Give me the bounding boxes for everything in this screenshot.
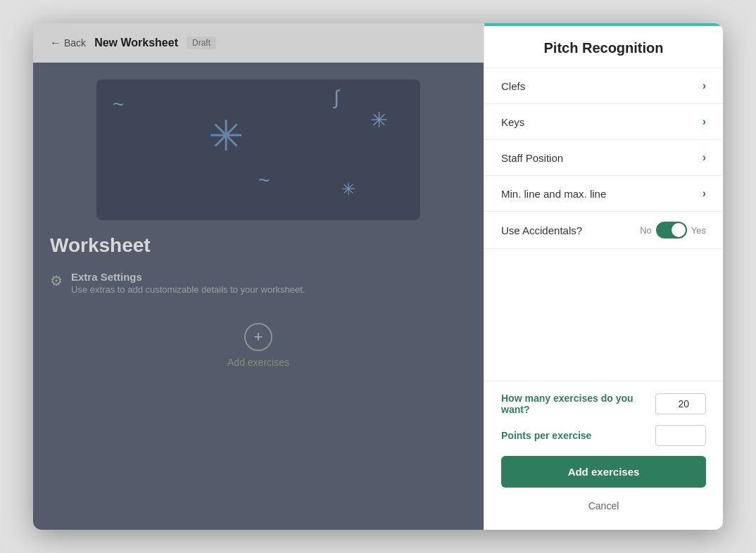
back-label: Back — [64, 37, 86, 49]
top-bar: ← Back New Worksheet Draft — [33, 23, 484, 63]
decoration-star-2: ✳ — [370, 108, 388, 132]
menu-item-clefs-label: Clefs — [501, 80, 525, 92]
menu-item-keys[interactable]: Keys › — [484, 104, 723, 140]
right-panel: Pitch Recognition Clefs › Keys › Staff P… — [484, 23, 723, 530]
exercises-count-input[interactable] — [655, 393, 706, 414]
draft-badge: Draft — [187, 37, 216, 49]
main-area: ← Back New Worksheet Draft ~ ∫ ✳ ✳ ✳ ~ W… — [33, 23, 484, 530]
points-per-exercise-input[interactable] — [655, 425, 706, 446]
menu-item-clefs[interactable]: Clefs › — [484, 68, 723, 104]
accidentals-toggle[interactable] — [656, 222, 687, 239]
panel-title: Pitch Recognition — [544, 40, 664, 56]
use-accidentals-row: Use Accidentals? No Yes — [484, 212, 723, 249]
points-per-exercise-label: Points per exercise — [501, 430, 591, 441]
back-button[interactable]: ← Back — [50, 37, 86, 49]
toggle-group: No Yes — [640, 222, 706, 239]
chevron-right-icon: › — [703, 187, 706, 200]
panel-bottom: How many exercises do you want? Points p… — [484, 381, 723, 530]
gear-icon: ⚙ — [50, 272, 63, 289]
exercises-count-row: How many exercises do you want? — [501, 393, 706, 415]
worksheet-title: New Worksheet — [94, 37, 178, 49]
chevron-right-icon: › — [703, 80, 706, 92]
add-exercises-button[interactable]: Add exercises — [501, 456, 706, 488]
menu-item-min-max-line[interactable]: Min. line and max. line › — [484, 176, 723, 212]
decoration-star-1: ✳ — [208, 111, 244, 160]
chevron-right-icon: › — [703, 151, 706, 164]
decoration-squiggle-3: ~ — [258, 170, 270, 192]
panel-header: Pitch Recognition — [484, 26, 723, 68]
use-accidentals-label: Use Accidentals? — [501, 224, 582, 236]
toggle-yes-label: Yes — [691, 225, 706, 236]
cancel-button[interactable]: Cancel — [501, 496, 706, 516]
extra-settings-text: Extra Settings Use extras to add customi… — [71, 271, 305, 295]
menu-item-staff-position[interactable]: Staff Position › — [484, 140, 723, 176]
extra-settings-desc: Use extras to add customizable details t… — [71, 284, 305, 295]
menu-item-staff-position-label: Staff Position — [501, 152, 563, 164]
menu-item-min-max-label: Min. line and max. line — [501, 188, 606, 200]
toggle-knob — [672, 223, 686, 237]
decoration-star-3: ✳ — [341, 179, 355, 199]
panel-menu: Clefs › Keys › Staff Position › Min. lin… — [484, 68, 723, 381]
add-exercises-section: + Add exercises — [227, 323, 289, 368]
back-arrow-icon: ← — [50, 37, 61, 49]
toggle-no-label: No — [640, 225, 652, 236]
chevron-right-icon: › — [703, 115, 706, 128]
extra-settings-title: Extra Settings — [71, 271, 305, 283]
worksheet-name: Worksheet — [50, 234, 151, 257]
points-per-exercise-row: Points per exercise — [501, 425, 706, 446]
exercises-count-label: How many exercises do you want? — [501, 393, 655, 415]
plus-button[interactable]: + — [244, 323, 272, 351]
worksheet-image: ~ ∫ ✳ ✳ ✳ ~ — [96, 80, 420, 220]
decoration-squiggle-1: ~ — [113, 94, 124, 116]
add-exercises-label: Add exercises — [227, 357, 289, 368]
extra-settings-section: ⚙ Extra Settings Use extras to add custo… — [50, 271, 305, 295]
app-frame: ← Back New Worksheet Draft ~ ∫ ✳ ✳ ✳ ~ W… — [33, 23, 723, 530]
main-content: ~ ∫ ✳ ✳ ✳ ~ Worksheet ⚙ Extra Settings U… — [33, 63, 484, 530]
menu-item-keys-label: Keys — [501, 116, 524, 128]
decoration-squiggle-2: ∫ — [334, 87, 339, 109]
